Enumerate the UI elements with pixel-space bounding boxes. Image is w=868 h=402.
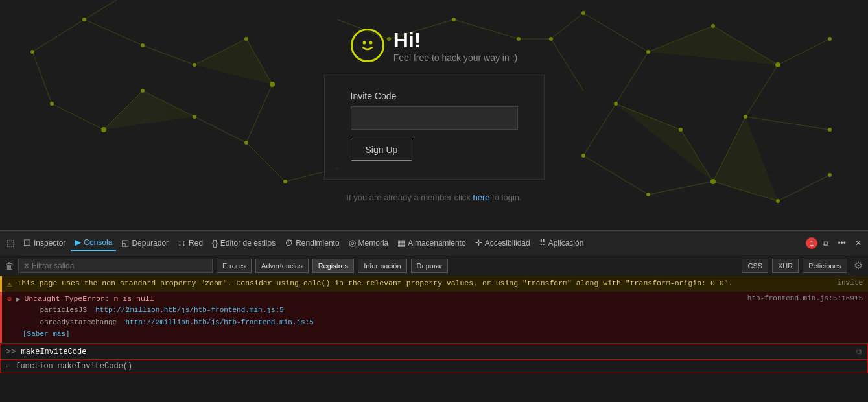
tab-inspector[interactable]: ☐ Inspector: [19, 235, 69, 250]
style-editor-label: Editor de estilos: [220, 239, 276, 248]
performance-icon: ⏱: [285, 238, 293, 248]
memory-label: Memoria: [358, 239, 389, 248]
greeting-row: Hi! Feel free to hack your way in :): [351, 29, 517, 63]
invite-box: Invite Code Sign Up: [324, 75, 545, 180]
error-stack: particlesJS http://2million.htb/js/htb-f…: [7, 304, 863, 340]
inspector-icon: ☐: [23, 238, 31, 248]
tab-accessibility[interactable]: ✛ Accesibilidad: [471, 235, 534, 250]
tab-style-editor[interactable]: {} Editor de estilos: [208, 235, 279, 250]
svg-point-65: [452, 18, 456, 21]
filter-xhr-button[interactable]: XHR: [772, 259, 799, 273]
application-icon: ⠿: [539, 238, 546, 248]
login-link-row: If you are already a member click here t…: [346, 193, 521, 202]
svg-point-40: [828, 37, 832, 41]
filter-input[interactable]: [32, 261, 207, 270]
debugger-icon: ◱: [121, 238, 129, 248]
svg-point-48: [581, 154, 585, 158]
greeting-hi: Hi!: [393, 29, 517, 53]
error-icon: ⊘: [7, 294, 12, 304]
filter-requests-button[interactable]: Peticiones: [803, 259, 847, 273]
console-settings-button[interactable]: ⚙: [854, 259, 863, 272]
signup-button[interactable]: Sign Up: [351, 139, 413, 161]
debugger-label: Depurador: [132, 239, 169, 248]
tab-memory[interactable]: ◎ Memoria: [345, 235, 393, 250]
filter-logs-button[interactable]: Registros: [312, 259, 354, 273]
devtools-close[interactable]: ✕: [851, 236, 865, 250]
svg-point-36: [581, 11, 585, 15]
inspector-label: Inspector: [34, 239, 65, 248]
filter-warnings-button[interactable]: Advertencias: [255, 259, 309, 273]
svg-point-49: [646, 193, 650, 196]
stack-frame-2: onreadystatechange http://2million.htb/j…: [23, 316, 863, 329]
invite-code-input[interactable]: [351, 106, 518, 130]
storage-label: Almacenamiento: [408, 239, 465, 248]
storage-icon: ▦: [397, 238, 405, 248]
greeting-text: Hi! Feel free to hack your way in :): [393, 29, 517, 63]
console-label: Consola: [84, 238, 112, 247]
error-header: ⊘ ▶ Uncaught TypeError: n is null htb-fr…: [7, 294, 863, 304]
devtools-toolbar: ⬚ ☐ Inspector ▶ Consola ◱ Depurador ↕↕ R…: [0, 231, 868, 255]
stack-frame-1-link[interactable]: http://2million.htb/js/htb-frontend.min.…: [95, 306, 283, 314]
filter-debug-button[interactable]: Depurar: [411, 259, 449, 273]
network-label: Red: [189, 239, 203, 248]
svg-point-73: [369, 41, 372, 45]
console-result-row: ← function makeInviteCode(): [0, 360, 868, 373]
devtools-pick-element[interactable]: ⬚: [3, 235, 18, 250]
responsive-icon: ⧉: [823, 239, 828, 248]
svg-point-42: [828, 128, 832, 132]
style-editor-icon: {}: [212, 238, 218, 248]
smiley-icon: [351, 29, 384, 62]
pick-element-icon: ⬚: [6, 238, 14, 248]
copy-icon[interactable]: ⧉: [856, 348, 862, 357]
devtools-responsive[interactable]: ⧉: [819, 236, 832, 250]
accessibility-icon: ✛: [475, 238, 482, 248]
console-icon: ▶: [75, 237, 81, 247]
stack-frame-2-link[interactable]: http://2million.htb/js/htb-frontend.min.…: [125, 318, 313, 326]
stack-frame-2-label: onreadystatechange: [40, 318, 117, 326]
prompt-icon: >>: [6, 347, 16, 357]
filter-css-button[interactable]: CSS: [742, 259, 768, 273]
svg-point-72: [362, 41, 366, 45]
console-command: makeInviteCode: [21, 348, 87, 357]
console-filter-bar: 🗑 ⧖ Errores Advertencias Registros Infor…: [0, 255, 868, 276]
result-arrow: ←: [6, 362, 10, 371]
svg-point-52: [82, 18, 86, 21]
tab-network[interactable]: ↕↕ Red: [174, 235, 207, 250]
tab-storage[interactable]: ▦ Almacenamiento: [393, 235, 469, 250]
login-card: Hi! Feel free to hack your way in :) Inv…: [324, 29, 545, 202]
error-badge: 1: [806, 237, 817, 249]
more-icon: •••: [838, 239, 846, 248]
close-icon: ✕: [855, 239, 862, 248]
filter-info-button[interactable]: Información: [358, 259, 406, 273]
filter-icon: ⧖: [24, 261, 29, 270]
console-command-row: >> makeInviteCode ⧉: [0, 344, 868, 360]
performance-label: Rendimiento: [296, 239, 339, 248]
clear-console-button[interactable]: 🗑: [5, 261, 14, 271]
tab-performance[interactable]: ⏱ Rendimiento: [281, 235, 343, 250]
tab-debugger[interactable]: ◱ Depurador: [117, 235, 172, 250]
error-expand-button[interactable]: ▶: [16, 294, 20, 304]
application-label: Aplicación: [548, 239, 584, 248]
console-result: function makeInviteCode(): [16, 362, 132, 371]
svg-point-60: [244, 141, 248, 145]
console-warning-row: ⚠ This page uses the non standard proper…: [0, 276, 868, 292]
login-link[interactable]: here: [473, 193, 489, 202]
stack-frame-1: particlesJS http://2million.htb/js/htb-f…: [23, 304, 863, 316]
tab-console[interactable]: ▶ Consola: [71, 235, 116, 251]
error-source[interactable]: htb-frontend.min.js:5:16915: [747, 294, 863, 302]
tab-application[interactable]: ⠿ Aplicación: [535, 235, 588, 250]
login-suffix: to login.: [492, 193, 522, 202]
devtools-more[interactable]: •••: [834, 236, 850, 250]
main-page: Hi! Feel free to hack your way in :) Inv…: [0, 0, 868, 230]
console-output: ⚠ This page uses the non standard proper…: [0, 276, 868, 402]
svg-point-62: [283, 180, 287, 183]
error-text: Uncaught TypeError: n is null: [24, 294, 743, 303]
console-error-row: ⊘ ▶ Uncaught TypeError: n is null htb-fr…: [0, 292, 868, 343]
invite-code-label: Invite Code: [351, 91, 518, 101]
warning-source[interactable]: invite: [837, 279, 863, 287]
accessibility-label: Accesibilidad: [485, 239, 530, 248]
learn-more-link[interactable]: [Saber más]: [23, 330, 70, 338]
filter-errors-button[interactable]: Errores: [217, 259, 252, 273]
svg-point-53: [141, 43, 145, 47]
svg-point-50: [549, 37, 553, 41]
